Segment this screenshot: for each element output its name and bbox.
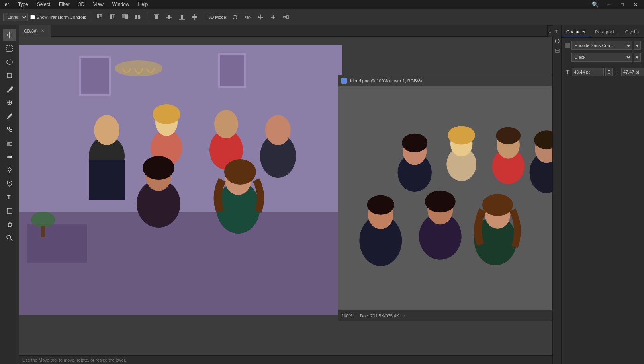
tab-paragraph[interactable]: Paragraph bbox=[590, 27, 620, 37]
hand-icon bbox=[6, 221, 13, 228]
svg-rect-57 bbox=[27, 224, 87, 263]
line-height-label-icon: ↕ bbox=[614, 70, 620, 74]
svg-text:T: T bbox=[555, 29, 558, 34]
search-button[interactable]: 🔍 bbox=[590, 0, 600, 10]
document-tabs: GB/8#) ✕ bbox=[19, 25, 552, 37]
menu-item-select[interactable]: Select bbox=[35, 1, 52, 8]
tab-glyphs[interactable]: Glyphs bbox=[621, 27, 644, 37]
text-color-swatch[interactable] bbox=[565, 43, 570, 48]
dodge-tool[interactable] bbox=[3, 164, 16, 177]
menu-item-view[interactable]: View bbox=[92, 1, 105, 8]
move-tool[interactable] bbox=[3, 29, 16, 41]
align-horiz-icon bbox=[192, 14, 198, 20]
menu-item-filter[interactable]: Filter bbox=[57, 1, 71, 8]
eraser-icon bbox=[6, 140, 13, 147]
float-doc-title: friend.png @ 100% (Layer 1, RGB/8) bbox=[350, 78, 422, 83]
show-transform-checkbox[interactable] bbox=[30, 15, 35, 19]
font-family-row: Encode Sans Con... ▼ bbox=[565, 41, 641, 50]
gradient-tool[interactable] bbox=[3, 150, 16, 163]
font-size-down-btn[interactable]: ▼ bbox=[605, 72, 613, 76]
eraser-tool[interactable] bbox=[3, 137, 16, 150]
align-vert-bottom-btn[interactable] bbox=[177, 12, 187, 22]
line-height-input[interactable] bbox=[621, 68, 644, 76]
separator-3 bbox=[204, 12, 204, 22]
right-panel: » T Character Paragraph Glyphs Encode Sa… bbox=[552, 25, 644, 364]
font-style-dropdown-btn[interactable]: ▼ bbox=[634, 53, 641, 62]
3d-orbit-btn[interactable] bbox=[243, 12, 253, 22]
menu-item-type[interactable]: Type bbox=[16, 1, 30, 8]
svg-rect-4 bbox=[113, 15, 114, 18]
font-dropdown-btn[interactable]: ▼ bbox=[634, 41, 641, 50]
align-vert-center-btn[interactable] bbox=[164, 12, 174, 22]
3d-move-icon bbox=[270, 14, 276, 20]
svg-rect-47 bbox=[7, 208, 12, 213]
align-top-right-btn[interactable] bbox=[120, 12, 130, 22]
show-transform-label[interactable]: Show Transform Controls bbox=[30, 15, 86, 19]
align-horiz-btn[interactable] bbox=[190, 12, 200, 22]
align-no-anchor-btn[interactable] bbox=[133, 12, 143, 22]
float-statusbar: 100% | Doc: 731,5K/975,4K › bbox=[338, 310, 552, 321]
main-document bbox=[19, 45, 342, 364]
svg-marker-32 bbox=[6, 34, 8, 36]
zoom-icon bbox=[6, 234, 13, 241]
doc-tab-main[interactable]: GB/8#) ✕ bbox=[19, 25, 51, 37]
menu-item-window[interactable]: Window bbox=[111, 1, 131, 8]
svg-rect-6 bbox=[122, 15, 125, 18]
layers-icon-btn[interactable] bbox=[554, 47, 561, 54]
font-size-up-btn[interactable]: ▲ bbox=[605, 68, 613, 72]
tab-character[interactable]: Character bbox=[562, 27, 590, 37]
brush-tool[interactable] bbox=[3, 110, 16, 123]
char-icon-btn[interactable]: T bbox=[554, 28, 561, 35]
status-text: Use the Move tool to move, rotate, or re… bbox=[22, 358, 126, 362]
3d-pan-btn[interactable] bbox=[255, 12, 266, 22]
maximize-button[interactable]: □ bbox=[617, 0, 627, 10]
zoom-tool[interactable] bbox=[3, 232, 16, 244]
svg-rect-1 bbox=[100, 14, 102, 17]
align-top-left-btn[interactable] bbox=[94, 12, 105, 22]
svg-marker-24 bbox=[260, 19, 261, 20]
svg-marker-33 bbox=[12, 34, 13, 36]
align-vert-top-btn[interactable] bbox=[151, 12, 162, 22]
3d-rotate-btn[interactable] bbox=[230, 12, 240, 22]
brush-icon bbox=[6, 113, 13, 120]
font-size-input[interactable] bbox=[572, 68, 604, 76]
menu-item-help[interactable]: Help bbox=[137, 1, 150, 8]
floating-document[interactable]: friend.png @ 100% (Layer 1, RGB/8) ─ □ ✕ bbox=[338, 75, 552, 321]
svg-rect-29 bbox=[286, 16, 288, 19]
shape-tool[interactable] bbox=[3, 204, 16, 217]
align-top-center-icon bbox=[109, 14, 115, 20]
svg-point-94 bbox=[482, 194, 513, 216]
selection-tool[interactable] bbox=[3, 42, 16, 55]
svg-rect-101 bbox=[555, 51, 559, 52]
text-tool[interactable]: T bbox=[3, 191, 16, 204]
menu-item-3d[interactable]: 3D bbox=[77, 1, 86, 8]
menu-item-er[interactable]: er bbox=[3, 1, 11, 8]
align-top-center-btn[interactable] bbox=[107, 12, 117, 22]
clone-tool[interactable] bbox=[3, 123, 16, 136]
crop-tool[interactable] bbox=[3, 69, 16, 82]
lasso-tool[interactable] bbox=[3, 56, 16, 68]
close-button[interactable]: ✕ bbox=[630, 0, 641, 10]
font-size-label-icon: T bbox=[565, 69, 570, 75]
layer-select[interactable]: Layer bbox=[3, 13, 28, 21]
3d-scale-btn[interactable] bbox=[281, 12, 291, 22]
svg-point-61 bbox=[94, 115, 119, 145]
collapse-panel-btn[interactable]: » bbox=[547, 25, 553, 37]
pen-tool[interactable] bbox=[3, 177, 16, 190]
healing-tool[interactable] bbox=[3, 96, 16, 109]
font-style-select[interactable]: Black Bold Regular bbox=[571, 53, 632, 62]
svg-marker-25 bbox=[258, 16, 259, 18]
3d-move-btn[interactable] bbox=[268, 12, 278, 22]
float-arrow-btn[interactable]: › bbox=[404, 313, 405, 318]
svg-point-43 bbox=[8, 168, 11, 171]
eyedropper-tool[interactable] bbox=[3, 83, 16, 95]
svg-point-75 bbox=[224, 159, 256, 185]
align-top-right-icon bbox=[122, 14, 128, 20]
hand-tool[interactable] bbox=[3, 218, 16, 231]
minimize-button[interactable]: ─ bbox=[603, 0, 614, 10]
color-icon-btn[interactable] bbox=[554, 37, 561, 45]
3d-orbit-icon bbox=[245, 14, 251, 20]
doc-tab-close[interactable]: ✕ bbox=[41, 29, 44, 33]
font-family-select[interactable]: Encode Sans Con... bbox=[571, 41, 632, 50]
svg-point-72 bbox=[143, 156, 174, 180]
